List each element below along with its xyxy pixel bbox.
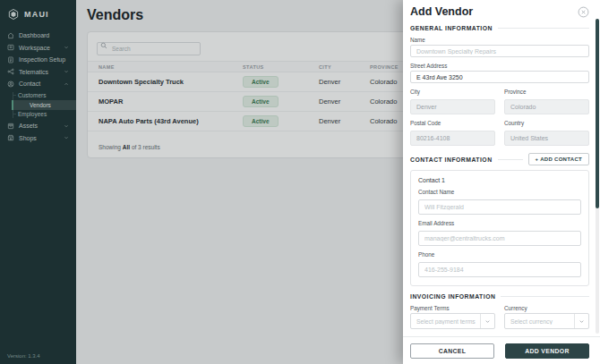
city-field bbox=[410, 99, 495, 114]
currency-label: Currency bbox=[504, 305, 589, 311]
payment-terms-label: Payment Terms bbox=[410, 305, 495, 311]
currency-select[interactable]: Select currency bbox=[504, 313, 589, 329]
province-label: Province bbox=[504, 89, 589, 95]
divider bbox=[498, 28, 589, 29]
email-address-label: Email Address bbox=[418, 220, 581, 226]
add-vendor-drawer: Add Vendor GENERAL INFORMATION Name Stre… bbox=[403, 0, 600, 364]
drawer-scrollbar-track[interactable] bbox=[596, 19, 599, 334]
country-label: Country bbox=[504, 120, 589, 126]
phone-field[interactable] bbox=[418, 262, 581, 277]
section-invoicing-information: INVOICING INFORMATION bbox=[410, 293, 495, 300]
section-general-information: GENERAL INFORMATION bbox=[410, 25, 493, 31]
payment-terms-select[interactable]: Select payment terms bbox=[410, 313, 495, 329]
add-vendor-button[interactable]: ADD VENDOR bbox=[505, 343, 589, 359]
street-address-field[interactable] bbox=[410, 71, 589, 83]
postal-code-field bbox=[410, 131, 495, 146]
add-contact-button[interactable]: + ADD CONTACT bbox=[528, 153, 589, 165]
chevron-down-icon bbox=[480, 314, 494, 328]
province-field bbox=[504, 99, 589, 114]
email-address-field[interactable] bbox=[418, 231, 581, 246]
phone-label: Phone bbox=[418, 251, 581, 258]
contact-name-label: Contact Name bbox=[418, 189, 581, 195]
drawer-title: Add Vendor bbox=[410, 5, 473, 18]
country-field bbox=[504, 131, 589, 146]
street-address-label: Street Address bbox=[410, 63, 589, 69]
divider bbox=[498, 159, 523, 160]
cancel-button[interactable]: CANCEL bbox=[410, 343, 494, 359]
vendor-name-field[interactable] bbox=[410, 45, 589, 57]
contact-card: Contact 1 Contact Name Email Address Pho… bbox=[410, 170, 589, 286]
postal-code-label: Postal Code bbox=[410, 120, 495, 126]
contact-name-field[interactable] bbox=[418, 199, 581, 215]
app-window: MAUI Dashboard Workspace Inspection Setu… bbox=[0, 0, 600, 364]
section-contact-information: CONTACT INFORMATION bbox=[410, 157, 493, 163]
divider bbox=[403, 336, 600, 337]
modal-backdrop[interactable] bbox=[0, 0, 403, 364]
city-label: City bbox=[410, 89, 495, 95]
chevron-down-icon bbox=[574, 314, 588, 328]
close-icon[interactable] bbox=[578, 6, 589, 18]
contact-card-title: Contact 1 bbox=[418, 177, 581, 183]
divider bbox=[501, 296, 589, 297]
name-label: Name bbox=[410, 37, 589, 43]
drawer-scrollbar-thumb[interactable] bbox=[596, 19, 599, 208]
